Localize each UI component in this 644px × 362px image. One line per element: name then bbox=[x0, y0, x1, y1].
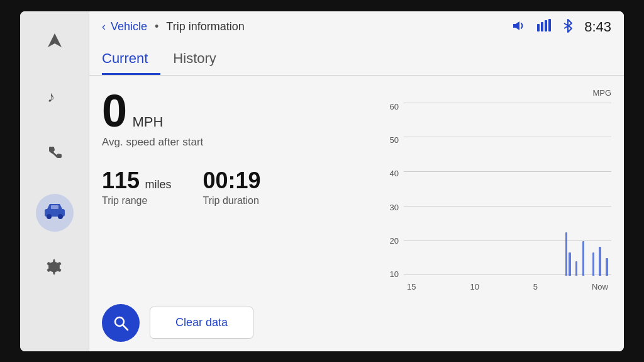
search-icon bbox=[112, 314, 130, 332]
network-icon bbox=[536, 19, 552, 35]
search-button[interactable] bbox=[102, 304, 140, 342]
page-title: Trip information bbox=[166, 20, 244, 33]
svg-rect-5 bbox=[51, 205, 58, 209]
stats-panel: 0 MPH Avg. speed after start 115 miles T… bbox=[102, 88, 366, 291]
range-value: 115 bbox=[102, 167, 140, 193]
clock: 8:43 bbox=[584, 19, 611, 35]
header: ‹ Vehicle • Trip information bbox=[89, 11, 624, 43]
svg-rect-8 bbox=[541, 22, 543, 31]
car-icon bbox=[43, 201, 66, 223]
sidebar-item-phone[interactable] bbox=[36, 137, 74, 175]
y-label-60: 60 bbox=[390, 103, 399, 111]
x-label-5: 5 bbox=[533, 282, 538, 291]
sidebar-item-car[interactable] bbox=[36, 194, 74, 232]
content-area: 0 MPH Avg. speed after start 115 miles T… bbox=[89, 76, 624, 298]
chart-graph: 15 10 5 Now bbox=[404, 99, 611, 291]
bottom-bar: Clear data bbox=[89, 298, 624, 351]
vehicle-link[interactable]: Vehicle bbox=[111, 20, 147, 33]
chart-bar bbox=[606, 258, 608, 276]
range-stat: 115 miles Trip range bbox=[102, 167, 172, 206]
speed-display: 0 MPH bbox=[102, 88, 366, 133]
metrics-row: 115 miles Trip range 00:19 Trip duration bbox=[102, 167, 366, 206]
svg-rect-9 bbox=[545, 20, 547, 31]
duration-label: Trip duration bbox=[203, 195, 261, 206]
tab-history[interactable]: History bbox=[173, 43, 228, 75]
speed-label: Avg. speed after start bbox=[102, 136, 366, 149]
chart-y-axis: 60 50 40 30 20 10 bbox=[379, 99, 404, 291]
tab-bar: Current History bbox=[89, 43, 624, 76]
chart-panel: MPG 60 50 40 30 20 10 bbox=[379, 88, 611, 291]
x-label-15: 15 bbox=[407, 282, 416, 291]
range-unit: miles bbox=[145, 178, 172, 191]
navigation-icon bbox=[45, 31, 64, 54]
y-label-40: 40 bbox=[390, 169, 399, 178]
mpg-label: MPG bbox=[592, 88, 611, 98]
svg-rect-7 bbox=[537, 24, 540, 31]
breadcrumb-separator: • bbox=[155, 20, 158, 33]
x-label-now: Now bbox=[592, 282, 608, 291]
back-button[interactable]: ‹ bbox=[102, 20, 106, 33]
tab-current[interactable]: Current bbox=[102, 43, 160, 75]
duration-stat: 00:19 Trip duration bbox=[203, 167, 261, 206]
sidebar-item-music[interactable]: ♪ bbox=[36, 81, 74, 118]
chart-bar bbox=[582, 241, 584, 276]
svg-point-4 bbox=[58, 214, 63, 219]
bluetooth-icon bbox=[563, 19, 573, 35]
y-label-20: 20 bbox=[390, 237, 399, 245]
speed-value: 0 bbox=[102, 86, 127, 136]
clear-data-button[interactable]: Clear data bbox=[150, 307, 253, 339]
speed-unit: MPH bbox=[133, 114, 164, 130]
header-left: ‹ Vehicle • Trip information bbox=[102, 20, 245, 33]
chart-bar bbox=[592, 252, 594, 276]
chart-x-labels: 15 10 5 Now bbox=[404, 282, 611, 291]
screen: ♪ bbox=[20, 11, 624, 351]
range-display: 115 miles bbox=[102, 167, 172, 194]
y-label-30: 30 bbox=[390, 203, 399, 212]
header-right: 8:43 bbox=[511, 19, 611, 35]
chart-bar bbox=[575, 261, 577, 276]
svg-text:♪: ♪ bbox=[47, 88, 55, 105]
chart-bars bbox=[404, 103, 611, 276]
svg-line-12 bbox=[123, 325, 128, 330]
y-label-50: 50 bbox=[390, 136, 399, 144]
duration-value: 00:19 bbox=[203, 167, 261, 194]
sidebar-item-nav[interactable] bbox=[36, 24, 74, 62]
svg-marker-0 bbox=[48, 33, 62, 47]
main-content: ‹ Vehicle • Trip information bbox=[89, 11, 624, 351]
volume-icon bbox=[511, 19, 525, 35]
svg-point-3 bbox=[47, 214, 52, 219]
sidebar: ♪ bbox=[20, 11, 89, 351]
settings-icon bbox=[46, 258, 64, 280]
sidebar-item-settings[interactable] bbox=[36, 251, 74, 288]
speed-stat: 0 MPH Avg. speed after start bbox=[102, 88, 366, 149]
chart-bar bbox=[565, 232, 567, 276]
music-icon: ♪ bbox=[46, 88, 64, 110]
chart-bar bbox=[599, 247, 601, 276]
phone-icon bbox=[47, 145, 63, 166]
chart-bar bbox=[569, 252, 570, 276]
x-label-10: 10 bbox=[470, 282, 479, 291]
range-label: Trip range bbox=[102, 195, 172, 206]
y-label-10: 10 bbox=[390, 270, 399, 278]
svg-rect-10 bbox=[548, 19, 551, 31]
